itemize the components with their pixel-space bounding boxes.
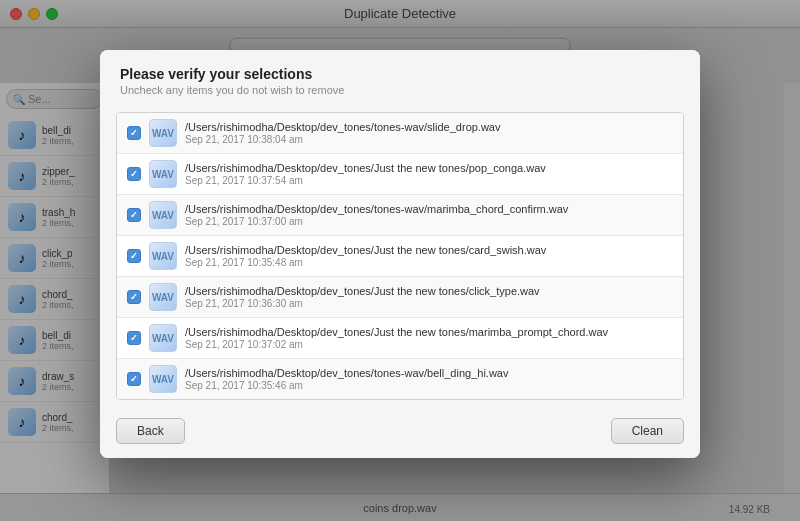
file-info-3: /Users/rishimodha/Desktop/dev_tones/Just… — [185, 244, 673, 268]
file-type-icon-1: WAV — [149, 160, 177, 188]
file-info-0: /Users/rishimodha/Desktop/dev_tones/tone… — [185, 121, 673, 145]
modal-dialog: Please verify your selections Uncheck an… — [100, 50, 700, 458]
file-checkbox-0[interactable] — [127, 126, 141, 140]
file-checkbox-5[interactable] — [127, 331, 141, 345]
file-path-2: /Users/rishimodha/Desktop/dev_tones/tone… — [185, 203, 673, 215]
file-date-0: Sep 21, 2017 10:38:04 am — [185, 134, 673, 145]
file-checkbox-1[interactable] — [127, 167, 141, 181]
file-item-1: WAV /Users/rishimodha/Desktop/dev_tones/… — [117, 154, 683, 195]
file-type-icon-5: WAV — [149, 324, 177, 352]
file-item-4: WAV /Users/rishimodha/Desktop/dev_tones/… — [117, 277, 683, 318]
file-item-5: WAV /Users/rishimodha/Desktop/dev_tones/… — [117, 318, 683, 359]
file-type-icon-0: WAV — [149, 119, 177, 147]
file-info-1: /Users/rishimodha/Desktop/dev_tones/Just… — [185, 162, 673, 186]
modal-footer: Back Clean — [100, 408, 700, 458]
file-path-0: /Users/rishimodha/Desktop/dev_tones/tone… — [185, 121, 673, 133]
file-type-icon-6: WAV — [149, 365, 177, 393]
file-checkbox-4[interactable] — [127, 290, 141, 304]
file-path-6: /Users/rishimodha/Desktop/dev_tones/tone… — [185, 367, 673, 379]
file-path-5: /Users/rishimodha/Desktop/dev_tones/Just… — [185, 326, 673, 338]
file-info-2: /Users/rishimodha/Desktop/dev_tones/tone… — [185, 203, 673, 227]
modal-title: Please verify your selections — [120, 66, 680, 82]
file-checkbox-2[interactable] — [127, 208, 141, 222]
file-path-1: /Users/rishimodha/Desktop/dev_tones/Just… — [185, 162, 673, 174]
back-button[interactable]: Back — [116, 418, 185, 444]
file-type-icon-2: WAV — [149, 201, 177, 229]
file-path-4: /Users/rishimodha/Desktop/dev_tones/Just… — [185, 285, 673, 297]
file-path-3: /Users/rishimodha/Desktop/dev_tones/Just… — [185, 244, 673, 256]
file-checkbox-6[interactable] — [127, 372, 141, 386]
clean-button[interactable]: Clean — [611, 418, 684, 444]
file-info-6: /Users/rishimodha/Desktop/dev_tones/tone… — [185, 367, 673, 391]
file-item-0: WAV /Users/rishimodha/Desktop/dev_tones/… — [117, 113, 683, 154]
file-list: WAV /Users/rishimodha/Desktop/dev_tones/… — [116, 112, 684, 400]
modal-header: Please verify your selections Uncheck an… — [100, 50, 700, 104]
file-date-3: Sep 21, 2017 10:35:48 am — [185, 257, 673, 268]
file-type-icon-3: WAV — [149, 242, 177, 270]
file-item-3: WAV /Users/rishimodha/Desktop/dev_tones/… — [117, 236, 683, 277]
file-info-5: /Users/rishimodha/Desktop/dev_tones/Just… — [185, 326, 673, 350]
file-date-2: Sep 21, 2017 10:37:00 am — [185, 216, 673, 227]
file-checkbox-3[interactable] — [127, 249, 141, 263]
file-item-6: WAV /Users/rishimodha/Desktop/dev_tones/… — [117, 359, 683, 399]
file-date-1: Sep 21, 2017 10:37:54 am — [185, 175, 673, 186]
file-date-4: Sep 21, 2017 10:36:30 am — [185, 298, 673, 309]
modal-subtitle: Uncheck any items you do not wish to rem… — [120, 84, 680, 96]
file-date-5: Sep 21, 2017 10:37:02 am — [185, 339, 673, 350]
file-date-6: Sep 21, 2017 10:35:46 am — [185, 380, 673, 391]
file-info-4: /Users/rishimodha/Desktop/dev_tones/Just… — [185, 285, 673, 309]
file-type-icon-4: WAV — [149, 283, 177, 311]
file-item-2: WAV /Users/rishimodha/Desktop/dev_tones/… — [117, 195, 683, 236]
